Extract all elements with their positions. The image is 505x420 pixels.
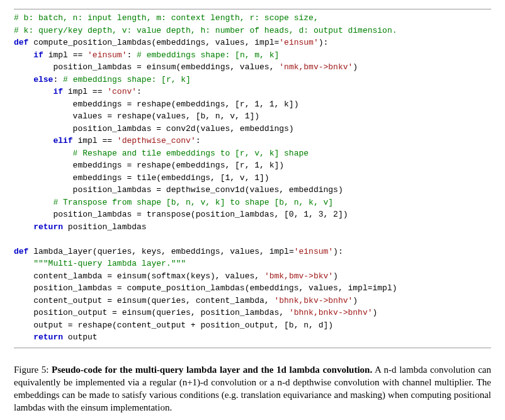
keyword-elif: elif (53, 136, 72, 145)
keyword-def: def (14, 38, 28, 47)
code-text: position_lambdas = depthwise_conv1d(valu… (14, 185, 343, 195)
code-text: ) (353, 62, 358, 72)
code-comment: # embeddings shape: [r, k] (58, 75, 191, 84)
keyword-return: return (33, 332, 63, 342)
code-text: : (137, 87, 142, 96)
figure-title: Pseudo-code for the multi-query lambda l… (52, 365, 372, 375)
code-text: ): (319, 38, 329, 47)
code-text: ) (333, 271, 338, 281)
code-text: position_lambdas = einsum(embeddings, va… (14, 62, 279, 72)
code-comment: # Transpose from shape [b, n, v, k] to s… (14, 198, 333, 207)
code-text: output = reshape(content_output + positi… (14, 321, 333, 330)
code-text: content_output = einsum(queries, content… (14, 296, 274, 305)
code-text: ) (373, 308, 378, 317)
code-comment: # b: batch, n: input length, m: context … (14, 13, 319, 23)
code-text: compute_position_lambdas(embeddings, val… (33, 38, 279, 47)
code-text: impl == (43, 50, 88, 60)
code-text: content_lambda = einsum(softmax(keys), v… (14, 271, 264, 281)
code-text: position_output = einsum(queries, positi… (14, 308, 289, 317)
figure-label: Figure 5: (14, 365, 52, 375)
code-text: embeddings = reshape(embeddings, [r, 1, … (14, 161, 284, 170)
code-text: ) (353, 296, 358, 305)
string-literal: 'nmk,bmv->bnkv' (279, 62, 353, 72)
string-literal: 'depthwise_conv' (117, 136, 196, 145)
keyword-def: def (14, 247, 28, 256)
code-text: values = reshape(values, [b, n, v, 1]) (14, 111, 259, 121)
code-text: embeddings = tile(embeddings, [1, v, 1]) (14, 173, 270, 183)
string-literal: 'conv' (107, 87, 137, 96)
string-literal: 'bmk,bmv->bkv' (264, 271, 333, 281)
keyword-else: else (33, 75, 53, 84)
code-text: position_lambdas = compute_position_lamb… (14, 283, 397, 293)
keyword-return: return (33, 222, 63, 232)
code-text: position_lambdas = conv2d(values, embedd… (14, 124, 294, 133)
keyword-if: if (53, 87, 63, 96)
code-comment: # k: query/key depth, v: value depth, h:… (14, 26, 397, 35)
figure-caption: Figure 5: Pseudo-code for the multi-quer… (14, 363, 491, 414)
code-text: position_lambdas = transpose(position_la… (14, 210, 348, 219)
keyword-if: if (33, 50, 43, 60)
string-literal: 'bhnk,bnkv->bnhv' (289, 308, 373, 317)
code-comment: # Reshape and tile embeddings to [r, v, … (14, 149, 309, 158)
string-literal: 'einsum' (88, 50, 127, 60)
string-literal: 'bhnk,bkv->bnhv' (274, 296, 353, 305)
code-block: # b: batch, n: input length, m: context … (14, 9, 491, 348)
code-comment: # embeddings shape: [n, m, k] (132, 50, 279, 60)
code-text: : (196, 136, 201, 145)
string-literal: 'einsum' (294, 247, 333, 256)
code-text: embeddings = reshape(embeddings, [r, 1, … (14, 99, 298, 109)
code-text: position_lambdas (63, 222, 147, 232)
code-text: impl == (73, 136, 117, 145)
code-text: lambda_layer(queries, keys, embeddings, … (33, 247, 293, 256)
code-text: output (63, 332, 98, 342)
code-text: ): (333, 247, 343, 256)
docstring: """Multi-query lambda layer.""" (14, 259, 186, 268)
code-text: impl == (63, 87, 107, 96)
string-literal: 'einsum' (279, 38, 318, 47)
